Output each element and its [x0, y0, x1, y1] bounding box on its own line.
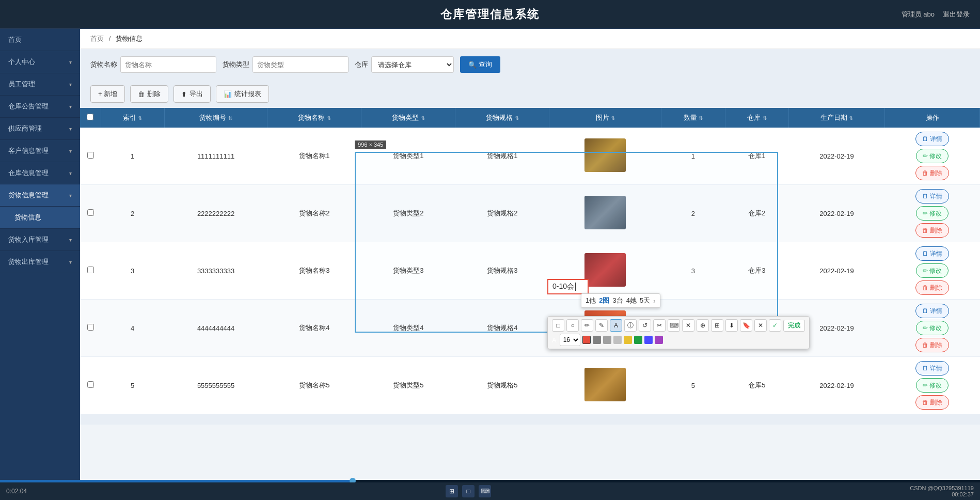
- ime-item-5[interactable]: 5天: [640, 296, 650, 305]
- color-gray2[interactable]: [603, 336, 611, 344]
- op-buttons: 🗒 详情 ✏ 修改 🗑 删除: [889, 132, 976, 180]
- tool-mosaic[interactable]: ⌨: [668, 319, 680, 332]
- sidebar-item-supplier[interactable]: 供应商管理 ▾: [0, 118, 80, 140]
- sidebar-item-staff[interactable]: 员工管理 ▾: [0, 73, 80, 96]
- taskbar-icon-1[interactable]: ⊞: [446, 485, 458, 497]
- ime-item-4[interactable]: 4她: [626, 296, 637, 305]
- tool-grid[interactable]: ⊞: [711, 319, 723, 332]
- sidebar-item-goods-mgmt[interactable]: 货物信息管理 ▾: [0, 184, 80, 207]
- edit-button[interactable]: ✏ 修改: [916, 378, 949, 393]
- edit-button[interactable]: ✏ 修改: [916, 206, 949, 221]
- header-qty[interactable]: 数量 ⇅: [661, 108, 725, 128]
- tool-cut[interactable]: ✂: [653, 319, 666, 332]
- cell-ops: 🗒 详情 ✏ 修改 🗑 删除: [885, 128, 980, 185]
- sidebar-item-home[interactable]: 首页: [0, 29, 80, 51]
- detail-button[interactable]: 🗒 详情: [915, 132, 949, 146]
- color-gray3[interactable]: [613, 336, 622, 344]
- row-checkbox[interactable]: [87, 267, 94, 273]
- tool-check[interactable]: ✓: [769, 319, 781, 332]
- ime-next-arrow[interactable]: ›: [653, 297, 655, 305]
- header-index[interactable]: 索引 ⇅: [101, 108, 164, 128]
- header-image[interactable]: 图片 ⇅: [549, 108, 661, 128]
- detail-button[interactable]: 🗒 详情: [915, 189, 949, 204]
- tool-bookmark[interactable]: 🔖: [740, 319, 752, 332]
- tool-cross[interactable]: ✕: [682, 319, 694, 332]
- sidebar-item-goods-info[interactable]: 货物信息: [0, 207, 80, 229]
- search-button[interactable]: 🔍 查询: [460, 56, 500, 73]
- cell-qty: 3: [661, 242, 725, 300]
- delete-button[interactable]: 🗑 删除: [130, 85, 168, 103]
- sidebar-item-warehouse-info[interactable]: 仓库信息管理 ▾: [0, 162, 80, 184]
- row-delete-button[interactable]: 🗑 删除: [915, 338, 949, 352]
- tool-rect[interactable]: □: [552, 319, 564, 332]
- color-purple[interactable]: [655, 336, 663, 344]
- breadcrumb-home[interactable]: 首页: [90, 35, 104, 42]
- annotation-text-input[interactable]: 0-10会: [547, 279, 589, 294]
- cell-warehouse: 仓库2: [725, 185, 788, 242]
- type-input[interactable]: [252, 56, 349, 73]
- row-checkbox[interactable]: [87, 381, 94, 388]
- header-name[interactable]: 货物名称 ⇅: [267, 108, 361, 128]
- row-checkbox[interactable]: [87, 324, 94, 331]
- cell-warehouse: 仓库1: [725, 128, 788, 185]
- header-code[interactable]: 货物编号 ⇅: [164, 108, 267, 128]
- annotation-finish-button[interactable]: 完成: [783, 320, 805, 332]
- font-size-select[interactable]: 16 12 18 24: [560, 334, 580, 346]
- row-checkbox[interactable]: [87, 209, 94, 216]
- tool-ellipse[interactable]: ○: [566, 319, 579, 332]
- edit-button[interactable]: ✏ 修改: [916, 149, 949, 163]
- row-delete-button[interactable]: 🗑 删除: [915, 280, 949, 295]
- tool-pen[interactable]: ✎: [595, 319, 608, 332]
- row-delete-button[interactable]: 🗑 删除: [915, 166, 949, 180]
- tool-download[interactable]: ⬇: [725, 319, 738, 332]
- name-input[interactable]: [120, 56, 216, 73]
- edit-button[interactable]: ✏ 修改: [916, 321, 949, 335]
- header-date[interactable]: 生产日期 ⇅: [788, 108, 884, 128]
- header-type[interactable]: 货物类型 ⇅: [361, 108, 455, 128]
- warehouse-select[interactable]: 请选择仓库: [371, 56, 454, 73]
- cell-date: 2022-02-19: [788, 242, 884, 300]
- sidebar-item-personal[interactable]: 个人中心 ▾: [0, 51, 80, 73]
- header-ops: 操作: [885, 108, 980, 128]
- select-all-checkbox[interactable]: [87, 114, 93, 120]
- sidebar-item-announcement[interactable]: 仓库公告管理 ▾: [0, 96, 80, 118]
- color-blue[interactable]: [644, 336, 653, 344]
- tool-circle-plus[interactable]: ⊕: [697, 319, 709, 332]
- cell-name: 货物名称3: [267, 242, 361, 300]
- add-button[interactable]: + 新增: [90, 85, 125, 103]
- color-green[interactable]: [634, 336, 642, 344]
- report-button[interactable]: 📊 统计报表: [216, 85, 269, 103]
- taskbar-time-left: 0:02:04: [6, 488, 27, 495]
- row-delete-button[interactable]: 🗑 删除: [915, 395, 949, 410]
- logout-button[interactable]: 退出登录: [943, 10, 970, 19]
- color-red[interactable]: [582, 336, 591, 344]
- header-spec[interactable]: 货物规格 ⇅: [455, 108, 549, 128]
- sidebar-item-outbound[interactable]: 货物出库管理 ▾: [0, 251, 80, 273]
- row-delete-button[interactable]: 🗑 删除: [915, 223, 949, 238]
- row-checkbox[interactable]: [87, 152, 94, 159]
- edit-button[interactable]: ✏ 修改: [916, 263, 949, 278]
- color-yellow[interactable]: [624, 336, 632, 344]
- header-warehouse[interactable]: 仓库 ⇅: [725, 108, 788, 128]
- tool-close[interactable]: ✕: [754, 319, 767, 332]
- taskbar-icon-2[interactable]: □: [462, 485, 475, 497]
- tool-pencil[interactable]: ✏: [581, 319, 593, 332]
- cell-type: 货物类型3: [361, 242, 455, 300]
- detail-button[interactable]: 🗒 详情: [915, 304, 949, 318]
- ime-item-2[interactable]: 2图: [599, 296, 609, 305]
- cell-index: 2: [101, 185, 164, 242]
- tool-text[interactable]: A: [610, 319, 622, 332]
- sidebar-item-customer[interactable]: 客户信息管理 ▾: [0, 140, 80, 162]
- detail-button[interactable]: 🗒 详情: [915, 246, 949, 261]
- sidebar-item-inbound[interactable]: 货物入库管理 ▾: [0, 229, 80, 251]
- goods-table: 索引 ⇅ 货物编号 ⇅ 货物名称 ⇅ 货物类型 ⇅ 货物规格 ⇅ 图片 ⇅ 数量…: [80, 108, 980, 414]
- ime-item-1[interactable]: 1他: [586, 296, 596, 305]
- export-button[interactable]: ⬆ 导出: [173, 85, 211, 103]
- ime-item-3[interactable]: 3台: [612, 296, 623, 305]
- cell-index: 1: [101, 128, 164, 185]
- color-gray1[interactable]: [593, 336, 601, 344]
- tool-undo[interactable]: ↺: [639, 319, 651, 332]
- tool-info[interactable]: ⓘ: [624, 319, 637, 332]
- detail-button[interactable]: 🗒 详情: [915, 361, 949, 376]
- taskbar-icon-3[interactable]: ⌨: [479, 485, 491, 497]
